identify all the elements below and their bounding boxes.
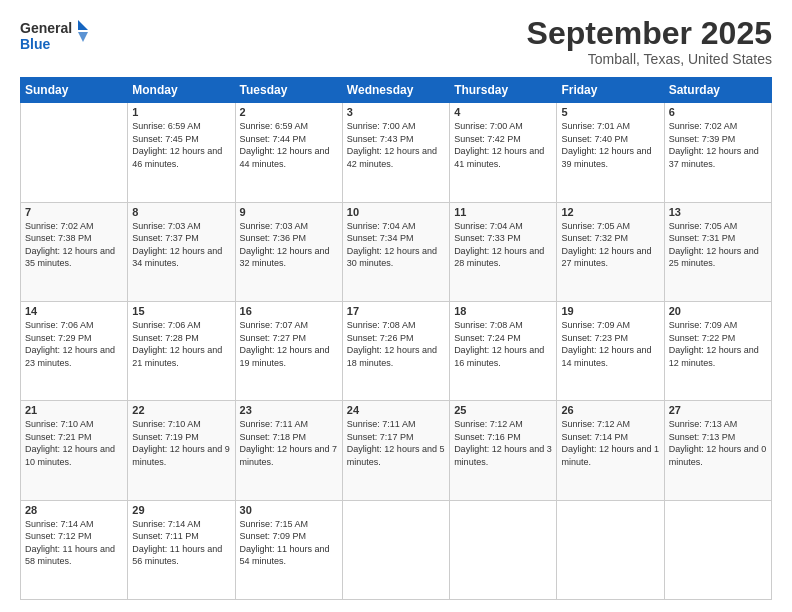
- calendar-cell: 24Sunrise: 7:11 AM Sunset: 7:17 PM Dayli…: [342, 401, 449, 500]
- svg-text:Blue: Blue: [20, 36, 51, 52]
- calendar-week-3: 21Sunrise: 7:10 AM Sunset: 7:21 PM Dayli…: [21, 401, 772, 500]
- calendar-week-0: 1Sunrise: 6:59 AM Sunset: 7:45 PM Daylig…: [21, 103, 772, 202]
- day-number: 27: [669, 404, 767, 416]
- day-info: Sunrise: 7:14 AM Sunset: 7:11 PM Dayligh…: [132, 518, 230, 568]
- col-wednesday: Wednesday: [342, 78, 449, 103]
- day-info: Sunrise: 7:11 AM Sunset: 7:17 PM Dayligh…: [347, 418, 445, 468]
- calendar-week-1: 7Sunrise: 7:02 AM Sunset: 7:38 PM Daylig…: [21, 202, 772, 301]
- day-info: Sunrise: 7:10 AM Sunset: 7:21 PM Dayligh…: [25, 418, 123, 468]
- calendar-cell: [450, 500, 557, 599]
- calendar-week-4: 28Sunrise: 7:14 AM Sunset: 7:12 PM Dayli…: [21, 500, 772, 599]
- day-info: Sunrise: 7:00 AM Sunset: 7:43 PM Dayligh…: [347, 120, 445, 170]
- day-number: 8: [132, 206, 230, 218]
- calendar-cell: 9Sunrise: 7:03 AM Sunset: 7:36 PM Daylig…: [235, 202, 342, 301]
- day-info: Sunrise: 7:10 AM Sunset: 7:19 PM Dayligh…: [132, 418, 230, 468]
- day-info: Sunrise: 7:02 AM Sunset: 7:38 PM Dayligh…: [25, 220, 123, 270]
- svg-text:General: General: [20, 20, 72, 36]
- day-info: Sunrise: 6:59 AM Sunset: 7:44 PM Dayligh…: [240, 120, 338, 170]
- calendar-cell: 17Sunrise: 7:08 AM Sunset: 7:26 PM Dayli…: [342, 301, 449, 400]
- day-number: 7: [25, 206, 123, 218]
- svg-marker-2: [78, 20, 88, 30]
- calendar-cell: 12Sunrise: 7:05 AM Sunset: 7:32 PM Dayli…: [557, 202, 664, 301]
- day-number: 14: [25, 305, 123, 317]
- day-info: Sunrise: 7:08 AM Sunset: 7:26 PM Dayligh…: [347, 319, 445, 369]
- day-number: 30: [240, 504, 338, 516]
- day-number: 26: [561, 404, 659, 416]
- day-number: 16: [240, 305, 338, 317]
- calendar-cell: 18Sunrise: 7:08 AM Sunset: 7:24 PM Dayli…: [450, 301, 557, 400]
- day-number: 22: [132, 404, 230, 416]
- day-number: 9: [240, 206, 338, 218]
- day-info: Sunrise: 7:13 AM Sunset: 7:13 PM Dayligh…: [669, 418, 767, 468]
- calendar-cell: 16Sunrise: 7:07 AM Sunset: 7:27 PM Dayli…: [235, 301, 342, 400]
- calendar-cell: 23Sunrise: 7:11 AM Sunset: 7:18 PM Dayli…: [235, 401, 342, 500]
- calendar-cell: 4Sunrise: 7:00 AM Sunset: 7:42 PM Daylig…: [450, 103, 557, 202]
- col-saturday: Saturday: [664, 78, 771, 103]
- logo-svg: General Blue: [20, 16, 90, 56]
- calendar-cell: 11Sunrise: 7:04 AM Sunset: 7:33 PM Dayli…: [450, 202, 557, 301]
- subtitle: Tomball, Texas, United States: [527, 51, 772, 67]
- col-monday: Monday: [128, 78, 235, 103]
- calendar-cell: 20Sunrise: 7:09 AM Sunset: 7:22 PM Dayli…: [664, 301, 771, 400]
- day-info: Sunrise: 7:09 AM Sunset: 7:23 PM Dayligh…: [561, 319, 659, 369]
- calendar-cell: 30Sunrise: 7:15 AM Sunset: 7:09 PM Dayli…: [235, 500, 342, 599]
- day-number: 29: [132, 504, 230, 516]
- logo: General Blue: [20, 16, 90, 56]
- day-number: 21: [25, 404, 123, 416]
- day-number: 25: [454, 404, 552, 416]
- day-info: Sunrise: 7:15 AM Sunset: 7:09 PM Dayligh…: [240, 518, 338, 568]
- calendar-cell: 19Sunrise: 7:09 AM Sunset: 7:23 PM Dayli…: [557, 301, 664, 400]
- calendar-cell: 29Sunrise: 7:14 AM Sunset: 7:11 PM Dayli…: [128, 500, 235, 599]
- header: General Blue September 2025 Tomball, Tex…: [20, 16, 772, 67]
- calendar-cell: [664, 500, 771, 599]
- col-tuesday: Tuesday: [235, 78, 342, 103]
- day-info: Sunrise: 7:07 AM Sunset: 7:27 PM Dayligh…: [240, 319, 338, 369]
- day-number: 5: [561, 106, 659, 118]
- calendar-cell: 14Sunrise: 7:06 AM Sunset: 7:29 PM Dayli…: [21, 301, 128, 400]
- day-number: 2: [240, 106, 338, 118]
- calendar-cell: 8Sunrise: 7:03 AM Sunset: 7:37 PM Daylig…: [128, 202, 235, 301]
- day-info: Sunrise: 7:11 AM Sunset: 7:18 PM Dayligh…: [240, 418, 338, 468]
- day-number: 24: [347, 404, 445, 416]
- day-info: Sunrise: 7:14 AM Sunset: 7:12 PM Dayligh…: [25, 518, 123, 568]
- day-info: Sunrise: 7:04 AM Sunset: 7:33 PM Dayligh…: [454, 220, 552, 270]
- calendar-cell: 28Sunrise: 7:14 AM Sunset: 7:12 PM Dayli…: [21, 500, 128, 599]
- day-number: 6: [669, 106, 767, 118]
- day-number: 28: [25, 504, 123, 516]
- svg-marker-3: [78, 32, 88, 42]
- day-number: 12: [561, 206, 659, 218]
- day-info: Sunrise: 6:59 AM Sunset: 7:45 PM Dayligh…: [132, 120, 230, 170]
- calendar-cell: [342, 500, 449, 599]
- day-info: Sunrise: 7:00 AM Sunset: 7:42 PM Dayligh…: [454, 120, 552, 170]
- day-info: Sunrise: 7:04 AM Sunset: 7:34 PM Dayligh…: [347, 220, 445, 270]
- calendar-cell: 22Sunrise: 7:10 AM Sunset: 7:19 PM Dayli…: [128, 401, 235, 500]
- calendar-table: Sunday Monday Tuesday Wednesday Thursday…: [20, 77, 772, 600]
- day-number: 3: [347, 106, 445, 118]
- day-number: 1: [132, 106, 230, 118]
- day-number: 20: [669, 305, 767, 317]
- day-info: Sunrise: 7:06 AM Sunset: 7:29 PM Dayligh…: [25, 319, 123, 369]
- calendar-cell: 3Sunrise: 7:00 AM Sunset: 7:43 PM Daylig…: [342, 103, 449, 202]
- day-info: Sunrise: 7:12 AM Sunset: 7:14 PM Dayligh…: [561, 418, 659, 468]
- calendar-cell: 5Sunrise: 7:01 AM Sunset: 7:40 PM Daylig…: [557, 103, 664, 202]
- calendar-cell: 26Sunrise: 7:12 AM Sunset: 7:14 PM Dayli…: [557, 401, 664, 500]
- calendar-cell: 13Sunrise: 7:05 AM Sunset: 7:31 PM Dayli…: [664, 202, 771, 301]
- day-info: Sunrise: 7:03 AM Sunset: 7:36 PM Dayligh…: [240, 220, 338, 270]
- day-info: Sunrise: 7:08 AM Sunset: 7:24 PM Dayligh…: [454, 319, 552, 369]
- day-info: Sunrise: 7:12 AM Sunset: 7:16 PM Dayligh…: [454, 418, 552, 468]
- calendar-cell: 15Sunrise: 7:06 AM Sunset: 7:28 PM Dayli…: [128, 301, 235, 400]
- col-sunday: Sunday: [21, 78, 128, 103]
- day-number: 23: [240, 404, 338, 416]
- title-block: September 2025 Tomball, Texas, United St…: [527, 16, 772, 67]
- calendar-cell: 21Sunrise: 7:10 AM Sunset: 7:21 PM Dayli…: [21, 401, 128, 500]
- page: General Blue September 2025 Tomball, Tex…: [0, 0, 792, 612]
- day-info: Sunrise: 7:02 AM Sunset: 7:39 PM Dayligh…: [669, 120, 767, 170]
- calendar-cell: [21, 103, 128, 202]
- calendar-cell: 1Sunrise: 6:59 AM Sunset: 7:45 PM Daylig…: [128, 103, 235, 202]
- calendar-week-2: 14Sunrise: 7:06 AM Sunset: 7:29 PM Dayli…: [21, 301, 772, 400]
- day-number: 17: [347, 305, 445, 317]
- main-title: September 2025: [527, 16, 772, 51]
- day-number: 11: [454, 206, 552, 218]
- calendar-cell: 25Sunrise: 7:12 AM Sunset: 7:16 PM Dayli…: [450, 401, 557, 500]
- calendar-cell: 6Sunrise: 7:02 AM Sunset: 7:39 PM Daylig…: [664, 103, 771, 202]
